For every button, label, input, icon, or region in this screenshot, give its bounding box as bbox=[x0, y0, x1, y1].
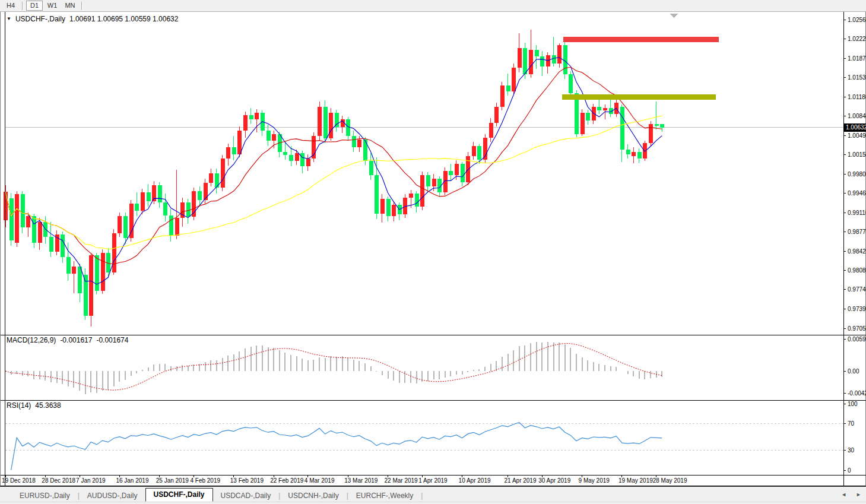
chart-symbol-label: USDCHF-,Daily bbox=[15, 15, 65, 23]
svg-text:0.97050: 0.97050 bbox=[848, 325, 866, 332]
svg-text:1.00490: 1.00490 bbox=[848, 132, 866, 139]
rsi-name: RSI(14) bbox=[7, 401, 31, 410]
rsi-value: 45.3638 bbox=[35, 401, 61, 410]
svg-text:0.00: 0.00 bbox=[848, 368, 859, 375]
chart-title: ▼ USDCHF-,Daily 1.00691 1.00695 1.00559 … bbox=[7, 15, 178, 23]
tab-usdcad-daily[interactable]: USDCAD-,Daily bbox=[213, 490, 279, 502]
svg-text:0.99800: 0.99800 bbox=[848, 171, 866, 177]
chart-ohlc-values: 1.00691 1.00695 1.00559 1.00632 bbox=[69, 15, 179, 23]
svg-text:21 Apr 2019: 21 Apr 2019 bbox=[505, 477, 537, 484]
timeframes-toolbar: H4 D1 W1 MN bbox=[0, 0, 866, 12]
symbol-tabbar: EURUSD-,Daily | AUDUSD-,Daily USDCHF-,Da… bbox=[0, 486, 866, 502]
svg-text:1.02560: 1.02560 bbox=[848, 17, 866, 23]
macd-signal-value: -0.001674 bbox=[96, 336, 128, 344]
timeframe-d1-button[interactable]: D1 bbox=[26, 1, 43, 11]
svg-text:0.98420: 0.98420 bbox=[848, 248, 866, 255]
svg-text:19 Dec 2018: 19 Dec 2018 bbox=[2, 477, 36, 484]
svg-text:70: 70 bbox=[848, 420, 855, 427]
tab-usdcnh-daily[interactable]: USDCNH-,Daily bbox=[280, 490, 346, 502]
svg-text:-0.00424: -0.00424 bbox=[848, 390, 866, 397]
macd-indicator-label: MACD(12,26,9) -0.001617 -0.001674 bbox=[7, 336, 128, 344]
toolbar-separator bbox=[81, 2, 83, 10]
tab-divider: | bbox=[421, 490, 423, 502]
svg-text:100: 100 bbox=[848, 401, 858, 407]
tabs-scroll-left-button[interactable]: ◄ bbox=[841, 492, 846, 497]
svg-text:30: 30 bbox=[848, 447, 855, 454]
svg-text:4 Mar 2019: 4 Mar 2019 bbox=[304, 477, 335, 484]
svg-text:1 Apr 2019: 1 Apr 2019 bbox=[418, 477, 448, 484]
svg-text:9 May 2019: 9 May 2019 bbox=[579, 477, 610, 484]
svg-text:0.97740: 0.97740 bbox=[848, 286, 866, 293]
svg-text:4 Feb 2019: 4 Feb 2019 bbox=[190, 477, 220, 484]
svg-text:1.00150: 1.00150 bbox=[848, 151, 866, 158]
svg-text:22 Mar 2019: 22 Mar 2019 bbox=[385, 477, 418, 484]
chart-window: 1.025601.022201.018701.015301.011801.008… bbox=[0, 12, 866, 486]
svg-text:0.99110: 0.99110 bbox=[848, 210, 866, 216]
svg-text:1.01530: 1.01530 bbox=[848, 74, 866, 81]
svg-text:30 Apr 2019: 30 Apr 2019 bbox=[538, 477, 570, 484]
svg-text:0.99460: 0.99460 bbox=[848, 190, 866, 196]
svg-text:10 Apr 2019: 10 Apr 2019 bbox=[459, 477, 491, 484]
macd-main-value: -0.001617 bbox=[60, 336, 92, 344]
svg-text:0.97390: 0.97390 bbox=[848, 306, 866, 312]
svg-text:0.00597: 0.00597 bbox=[848, 336, 866, 343]
svg-text:1.00632: 1.00632 bbox=[846, 124, 866, 131]
timeframe-w1-button[interactable]: W1 bbox=[44, 1, 61, 11]
macd-name: MACD(12,26,9) bbox=[7, 336, 56, 344]
tab-eurusd-daily[interactable]: EURUSD-,Daily bbox=[12, 490, 78, 502]
tab-eurchf-weekly[interactable]: EURCHF-,Weekly bbox=[348, 490, 421, 502]
symbol-menu-icon: ▼ bbox=[7, 15, 11, 23]
svg-text:13 Mar 2019: 13 Mar 2019 bbox=[344, 477, 378, 484]
svg-text:19 May 2019: 19 May 2019 bbox=[618, 477, 653, 484]
tabs-scroll-right-button[interactable]: ► bbox=[856, 492, 861, 497]
svg-text:7 Jan 2019: 7 Jan 2019 bbox=[76, 477, 106, 484]
svg-text:0.98080: 0.98080 bbox=[848, 267, 866, 274]
svg-text:28 May 2019: 28 May 2019 bbox=[653, 477, 687, 484]
svg-text:1.00840: 1.00840 bbox=[848, 113, 866, 119]
toolbar-separator bbox=[22, 2, 23, 10]
tab-audusd-daily[interactable]: AUDUSD-,Daily bbox=[80, 490, 145, 502]
timeframe-h4-button[interactable]: H4 bbox=[2, 1, 19, 11]
svg-text:0.98770: 0.98770 bbox=[848, 229, 866, 235]
rsi-indicator-label: RSI(14) 45.3638 bbox=[7, 401, 61, 410]
window-bottom-strip bbox=[0, 502, 866, 504]
svg-text:13 Feb 2019: 13 Feb 2019 bbox=[230, 477, 264, 484]
svg-text:1.02220: 1.02220 bbox=[848, 36, 866, 42]
timeframe-mn-button[interactable]: MN bbox=[62, 1, 78, 11]
svg-text:0: 0 bbox=[848, 467, 851, 474]
svg-text:28 Dec 2018: 28 Dec 2018 bbox=[42, 477, 75, 484]
svg-text:1.01870: 1.01870 bbox=[848, 55, 866, 62]
svg-text:22 Feb 2019: 22 Feb 2019 bbox=[270, 477, 304, 484]
tab-usdchf-daily[interactable]: USDCHF-,Daily bbox=[145, 488, 213, 502]
chart-canvas[interactable]: 1.025601.022201.018701.015301.011801.008… bbox=[1, 12, 866, 486]
svg-text:16 Jan 2019: 16 Jan 2019 bbox=[116, 477, 148, 484]
svg-text:25 Jan 2019: 25 Jan 2019 bbox=[156, 477, 189, 484]
svg-text:1.01180: 1.01180 bbox=[848, 94, 866, 100]
